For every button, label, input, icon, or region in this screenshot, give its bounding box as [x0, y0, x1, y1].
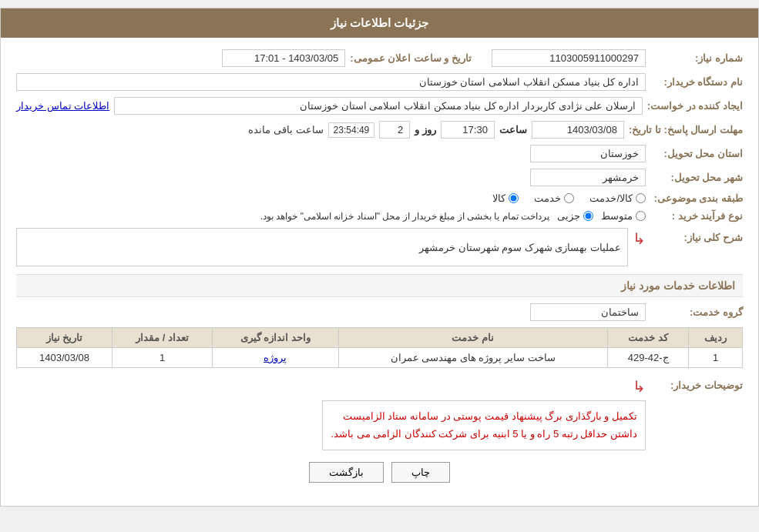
process-medium-label: متوسط: [601, 210, 633, 222]
remaining-time-box: 23:54:49: [328, 122, 375, 138]
deadline-time-label: ساعت: [499, 124, 527, 136]
category-label: طبقه بندی موضوعی:: [650, 192, 743, 204]
page-title: جزئیات اطلاعات نیاز: [331, 16, 428, 29]
category-goods-option[interactable]: کالا: [492, 192, 519, 204]
service-group-label: گروه خدمت:: [650, 306, 743, 318]
service-group-value: ساختمان: [530, 303, 646, 321]
creator-label: ایجاد کننده در خواست:: [647, 100, 743, 112]
col-row: ردیف: [689, 328, 743, 348]
buyer-name-value: اداره کل بنیاد مسکن انقلاب اسلامی استان …: [16, 73, 646, 91]
page-header: جزئیات اطلاعات نیاز: [1, 8, 758, 38]
cell-unit[interactable]: پروژه: [212, 348, 338, 368]
category-radio-group: کالا/خدمت خدمت کالا: [492, 192, 646, 204]
cell-count: 1: [113, 348, 213, 368]
general-desc-label: شرح کلی نیاز:: [650, 228, 743, 243]
col-unit: واحد اندازه گیری: [212, 328, 338, 348]
col-name: نام خدمت: [338, 328, 607, 348]
creator-value: ارسلان علی نژادی کاربردار اداره کل بنیاد…: [114, 97, 643, 115]
process-desc: پرداخت تمام یا بخشی از مبلغ خریدار از مح…: [260, 211, 549, 222]
services-section-title: اطلاعات خدمات مورد نیاز: [16, 274, 743, 297]
notes-value: تکمیل و بارگذاری برگ پیشنهاد قیمت پوستی …: [322, 400, 646, 450]
need-number-value: 1103005911000297: [492, 49, 646, 67]
cell-date: 1403/03/08: [17, 348, 113, 368]
deadline-date: 1403/03/08: [532, 121, 624, 139]
process-type-group: متوسط جزیی پرداخت تمام یا بخشی از مبلغ خ…: [260, 210, 646, 222]
col-count: تعداد / مقدار: [113, 328, 213, 348]
col-code: کد خدمت: [607, 328, 689, 348]
province-value: خوزستان: [530, 145, 646, 162]
category-goods-service-option[interactable]: کالا/خدمت: [589, 192, 646, 204]
table-row: 1 ج-42-429 ساخت سایر پروژه های مهندسی عم…: [17, 348, 743, 368]
buyer-name-label: نام دستگاه خریدار:: [650, 76, 743, 88]
province-label: استان محل تحویل:: [650, 148, 743, 159]
process-medium-option[interactable]: متوسط: [601, 210, 646, 222]
col-date: تاریخ نیاز: [17, 328, 113, 348]
general-desc-value: عملیات بهسازی شهرک سوم شهرستان خرمشهر: [16, 228, 628, 266]
print-button[interactable]: چاپ: [391, 462, 450, 483]
process-partial-option[interactable]: جزیی: [557, 210, 593, 222]
notes-label: توضیحات خریدار:: [650, 376, 743, 391]
city-label: شهر محل تحویل:: [650, 172, 743, 183]
process-partial-label: جزیی: [557, 210, 580, 222]
deadline-time: 17:30: [441, 121, 495, 139]
deadline-day: 2: [379, 121, 410, 139]
remaining-label: ساعت باقی مانده: [248, 124, 323, 136]
need-number-label: شماره نیاز:: [650, 52, 743, 64]
contact-link[interactable]: اطلاعات تماس خریدار: [16, 100, 109, 112]
back-button[interactable]: بازگشت: [309, 462, 384, 483]
category-service-label: خدمت: [534, 192, 561, 204]
announcement-date-value: 1403/03/05 - 17:01: [222, 49, 345, 67]
button-row: چاپ بازگشت: [16, 462, 743, 483]
category-service-option[interactable]: خدمت: [534, 192, 574, 204]
announcement-date-label: تاریخ و ساعت اعلان عمومی:: [350, 52, 472, 64]
process-label: نوع فرآیند خرید :: [650, 210, 743, 222]
notes-arrow-icon: ↳: [633, 377, 646, 396]
cell-code: ج-42-429: [607, 348, 689, 368]
services-table: ردیف کد خدمت نام خدمت واحد اندازه گیری ت…: [16, 327, 743, 368]
category-goods-service-label: کالا/خدمت: [589, 192, 633, 204]
category-goods-label: کالا: [492, 192, 505, 204]
cell-row: 1: [689, 348, 743, 368]
deadline-label: مهلت ارسال پاسخ: تا تاریخ:: [629, 124, 743, 136]
cell-name: ساخت سایر پروژه های مهندسی عمران: [338, 348, 607, 368]
desc-arrow-icon: ↳: [633, 229, 646, 248]
city-value: خرمشهر: [530, 169, 646, 186]
deadline-day-label: روز و: [415, 124, 436, 136]
